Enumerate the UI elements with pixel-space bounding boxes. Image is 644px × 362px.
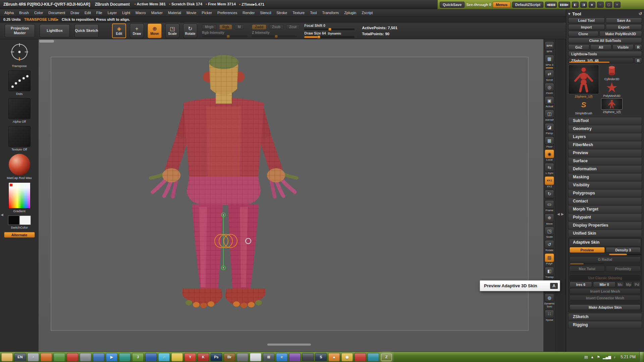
insert-local-mesh-button[interactable]: Insert Local Mesh bbox=[570, 288, 641, 294]
taskbar-clock[interactable]: 5:21 PM bbox=[619, 355, 638, 359]
g-radial-track[interactable] bbox=[570, 263, 604, 264]
focal-shift-slider[interactable] bbox=[304, 28, 355, 30]
menu-item[interactable]: Stencil bbox=[258, 10, 273, 16]
goz-all-button[interactable]: All bbox=[590, 44, 611, 50]
youtube-icon[interactable]: Y bbox=[184, 353, 196, 361]
zsub-button[interactable]: Zsub bbox=[269, 24, 283, 29]
menu-item[interactable]: Brush bbox=[17, 10, 31, 16]
proximity-slider[interactable]: Proximity bbox=[606, 266, 641, 272]
menu-item[interactable]: Stroke bbox=[274, 10, 289, 16]
menu-item[interactable]: Render bbox=[240, 10, 257, 16]
g-radial-slider[interactable]: G Radial bbox=[570, 256, 641, 262]
xyz-button[interactable]: XYZ XYZ bbox=[545, 176, 554, 188]
app-cyan-icon[interactable] bbox=[368, 353, 379, 361]
insert-connector-mesh-button[interactable]: Insert Connector Mesh bbox=[570, 295, 641, 301]
left-tray-toggle-icon[interactable]: ◧ bbox=[572, 2, 579, 8]
app-crimson-icon[interactable]: K bbox=[198, 353, 209, 361]
app-slate-icon[interactable] bbox=[237, 353, 248, 361]
zoom-button[interactable]: ◎ Zoom bbox=[545, 83, 554, 95]
lock-icon[interactable]: ◙ bbox=[589, 2, 595, 8]
photo-viewer-icon[interactable] bbox=[250, 353, 261, 361]
volume-icon[interactable]: ♪ bbox=[614, 355, 616, 359]
edit-button[interactable]: ◈ Edit bbox=[112, 23, 126, 38]
bridge-icon[interactable]: Br bbox=[224, 353, 235, 361]
calculator-icon[interactable]: ⊞ bbox=[263, 353, 274, 361]
current-tool-thumbnail[interactable] bbox=[568, 65, 599, 94]
lsym-button[interactable]: ⇆ L.Sym bbox=[545, 163, 554, 175]
make-adaptive-skin-button[interactable]: Make Adaptive Skin bbox=[570, 304, 641, 310]
zsphere-tool-thumbnail[interactable] bbox=[601, 98, 623, 110]
internet-explorer-icon[interactable]: e bbox=[276, 353, 287, 361]
zcut-button[interactable]: Zcut bbox=[286, 24, 300, 29]
density-slider[interactable]: Density 3 bbox=[606, 247, 641, 253]
max-twist-slider[interactable]: Max Twist bbox=[570, 266, 605, 272]
projection-master-button[interactable]: Projection Master bbox=[5, 24, 35, 38]
save-as-button[interactable]: Save As bbox=[606, 17, 642, 23]
app-charcoal-icon[interactable] bbox=[302, 353, 314, 361]
floor-button[interactable]: ▦ Floor bbox=[545, 136, 554, 148]
see-through-slider[interactable]: See-through 0 bbox=[466, 3, 491, 7]
adaptive-skin-header[interactable]: Adaptive Skin bbox=[570, 239, 641, 246]
subpalette-row[interactable]: ZSketch bbox=[568, 313, 642, 320]
tool-r-button[interactable]: R bbox=[635, 58, 642, 63]
cylinder3d-thumbnail[interactable] bbox=[604, 65, 619, 77]
left-edge-collapse-icon[interactable]: ◀ bbox=[1, 213, 3, 217]
draw-button[interactable]: + Draw bbox=[130, 23, 144, 38]
collapse-left-icon[interactable]: ◀▮▮▮▮ bbox=[545, 2, 557, 8]
subpalette-row[interactable]: Unified Skin bbox=[568, 230, 642, 237]
polyf-button[interactable]: ▤ PolyF bbox=[545, 253, 554, 265]
polymesh3d-thumbnail[interactable] bbox=[604, 81, 619, 94]
menu-item[interactable]: Color bbox=[32, 10, 45, 16]
alternate-button[interactable]: Alternate bbox=[4, 232, 35, 238]
default-zscript-button[interactable]: DefaultZScript bbox=[512, 2, 543, 8]
scale-button[interactable]: ◳ Scale bbox=[165, 23, 179, 38]
close-button[interactable]: × bbox=[614, 2, 621, 8]
app-navy-icon[interactable] bbox=[145, 353, 157, 361]
subpalette-row[interactable]: Polypaint bbox=[568, 214, 642, 221]
zbrush-icon[interactable]: Z bbox=[381, 353, 392, 361]
document-canvas[interactable] bbox=[39, 39, 543, 352]
action-center-icon[interactable]: ⚑ bbox=[597, 355, 600, 359]
menu-item[interactable]: Draw bbox=[68, 10, 82, 16]
collapse-right-icon[interactable]: ▮▮▮▮▶ bbox=[558, 2, 570, 8]
subpalette-row[interactable]: Contact bbox=[568, 197, 642, 205]
lightbox-button[interactable]: LightBox bbox=[40, 24, 70, 38]
minimize-button[interactable]: – bbox=[597, 2, 604, 8]
keyboard-icon[interactable]: ▤ bbox=[584, 355, 588, 359]
itunes-icon[interactable]: ♫ bbox=[158, 353, 170, 361]
use-classic-skinning-toggle[interactable]: Use Classic Skinning bbox=[570, 275, 641, 281]
quick-sketch-button[interactable]: Quick Sketch bbox=[74, 24, 99, 38]
menu-item[interactable]: Movie bbox=[184, 10, 199, 16]
texture-picker[interactable]: Texture Off bbox=[8, 126, 31, 151]
menu-item[interactable]: Layer bbox=[105, 10, 119, 16]
density-slider-track[interactable] bbox=[609, 254, 641, 255]
color-picker[interactable]: Gradient bbox=[8, 182, 31, 213]
steam-icon[interactable]: S bbox=[315, 353, 327, 361]
transp-button[interactable]: ◧ Transp bbox=[545, 267, 554, 279]
menu-item[interactable]: Light bbox=[120, 10, 132, 16]
local-button[interactable]: ◉ Local bbox=[545, 149, 554, 162]
divider-right-arrow-icon[interactable]: ▶ bbox=[561, 212, 564, 216]
primary-color-swatch[interactable] bbox=[8, 216, 19, 225]
make-polymesh3d-button[interactable]: Make PolyMesh3D bbox=[599, 31, 642, 37]
subpalette-row[interactable]: Display Properties bbox=[568, 222, 642, 229]
menu-item[interactable]: Zscript bbox=[359, 10, 375, 16]
app-blue-icon[interactable] bbox=[93, 353, 104, 361]
app-gray-icon[interactable] bbox=[80, 353, 91, 361]
move-button[interactable]: ⊕ Move bbox=[148, 23, 162, 38]
subpalette-row[interactable]: Masking bbox=[568, 173, 642, 181]
tray-expand-icon[interactable]: ▲ bbox=[590, 355, 594, 359]
menu-item[interactable]: Picker bbox=[199, 10, 214, 16]
subpalette-row[interactable]: Surface bbox=[568, 157, 642, 165]
frame-button[interactable]: ▭ Frame bbox=[545, 200, 554, 212]
stroke-picker[interactable]: Dots bbox=[8, 70, 31, 96]
export-button[interactable]: Export bbox=[606, 24, 642, 30]
bpr-button[interactable]: BPR BPR bbox=[545, 41, 554, 53]
scroll-button[interactable]: ⇄ Scroll bbox=[545, 70, 554, 82]
alpha-picker[interactable]: Alpha Off bbox=[8, 98, 31, 123]
rotate-gizmo-button[interactable]: ↺ Rotate bbox=[545, 240, 554, 252]
subpalette-row[interactable]: Preview bbox=[568, 149, 642, 157]
subpalette-row[interactable]: SubTool bbox=[568, 117, 642, 124]
subpalette-row[interactable]: Visibility bbox=[568, 181, 642, 189]
language-indicator[interactable]: EN bbox=[14, 353, 26, 361]
